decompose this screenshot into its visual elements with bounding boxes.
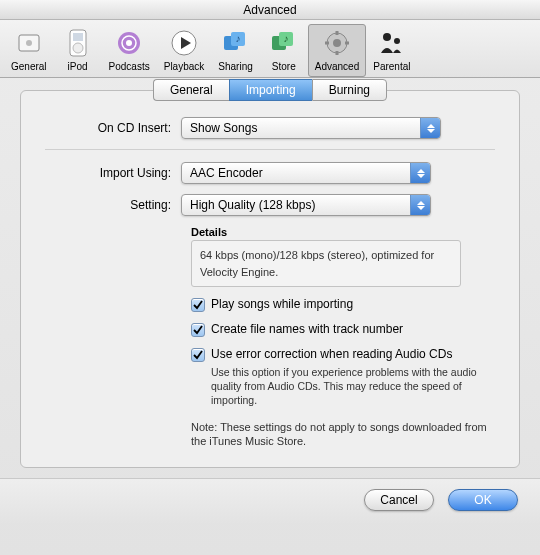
import-using-label: Import Using:	[45, 166, 181, 180]
footer-note: Note: These settings do not apply to son…	[191, 420, 491, 450]
checkbox-label: Use error correction when reading Audio …	[211, 347, 452, 361]
checkbox-icon	[191, 348, 205, 362]
toolbar-label: General	[11, 61, 47, 72]
toolbar-label: iPod	[68, 61, 88, 72]
checkbox-label: Create file names with track number	[211, 322, 403, 336]
details-text: 64 kbps (mono)/128 kbps (stereo), optimi…	[191, 240, 461, 287]
sub-tabs: General Importing Burning	[21, 79, 519, 101]
import-using-select[interactable]: AAC Encoder	[181, 162, 431, 184]
details-heading: Details	[191, 226, 495, 238]
svg-point-17	[333, 39, 341, 47]
setting-select[interactable]: High Quality (128 kbps)	[181, 194, 431, 216]
checkbox-icon	[191, 298, 205, 312]
cancel-button[interactable]: Cancel	[364, 489, 434, 511]
tab-general[interactable]: General	[153, 79, 229, 101]
chevron-updown-icon	[420, 118, 440, 138]
tab-burning[interactable]: Burning	[312, 79, 387, 101]
on-cd-insert-label: On CD Insert:	[45, 121, 181, 135]
toolbar-label: Advanced	[315, 61, 359, 72]
checkbox-play-while-importing[interactable]: Play songs while importing	[191, 297, 495, 312]
parental-icon	[376, 27, 408, 59]
toolbar-item-ipod[interactable]: iPod	[54, 24, 102, 77]
svg-point-4	[73, 43, 83, 53]
window-title: Advanced	[0, 0, 540, 20]
toolbar-item-playback[interactable]: Playback	[157, 24, 212, 77]
tab-importing[interactable]: Importing	[229, 79, 312, 101]
toolbar-label: Store	[272, 61, 296, 72]
toolbar-label: Parental	[373, 61, 410, 72]
on-cd-insert-select[interactable]: Show Songs	[181, 117, 441, 139]
checkbox-icon	[191, 323, 205, 337]
toolbar-label: Podcasts	[109, 61, 150, 72]
svg-text:♪: ♪	[283, 33, 288, 44]
select-value: AAC Encoder	[182, 166, 410, 180]
select-value: Show Songs	[182, 121, 420, 135]
error-correction-help: Use this option if you experience proble…	[211, 365, 495, 408]
gear-icon	[321, 27, 353, 59]
dialog-buttons: Cancel OK	[0, 478, 540, 523]
toolbar-item-advanced[interactable]: Advanced	[308, 24, 366, 77]
toolbar-item-store[interactable]: ♪ Store	[260, 24, 308, 77]
svg-rect-3	[73, 33, 83, 41]
checkbox-filenames-track-number[interactable]: Create file names with track number	[191, 322, 495, 337]
toolbar-item-sharing[interactable]: ♪ Sharing	[211, 24, 259, 77]
chevron-updown-icon	[410, 195, 430, 215]
chevron-updown-icon	[410, 163, 430, 183]
settings-panel: General Importing Burning On CD Insert: …	[20, 90, 520, 468]
svg-marker-27	[417, 174, 425, 178]
store-icon: ♪	[268, 27, 300, 59]
toolbar-item-general[interactable]: General	[4, 24, 54, 77]
svg-text:♪: ♪	[235, 33, 240, 44]
sharing-icon: ♪	[220, 27, 252, 59]
svg-point-23	[394, 38, 400, 44]
checkbox-error-correction[interactable]: Use error correction when reading Audio …	[191, 347, 495, 362]
checkbox-label: Play songs while importing	[211, 297, 353, 311]
svg-marker-26	[417, 169, 425, 173]
svg-marker-24	[427, 124, 435, 128]
toolbar-item-parental[interactable]: Parental	[366, 24, 417, 77]
divider	[45, 149, 495, 150]
svg-point-22	[383, 33, 391, 41]
select-value: High Quality (128 kbps)	[182, 198, 410, 212]
toolbar-label: Playback	[164, 61, 205, 72]
ok-button[interactable]: OK	[448, 489, 518, 511]
svg-marker-25	[427, 129, 435, 133]
setting-label: Setting:	[45, 198, 181, 212]
svg-marker-28	[417, 201, 425, 205]
toolbar-label: Sharing	[218, 61, 252, 72]
svg-marker-29	[417, 206, 425, 210]
preferences-toolbar: General iPod Podcasts Playback ♪ Sharing…	[0, 20, 540, 78]
podcasts-icon	[113, 27, 145, 59]
play-icon	[168, 27, 200, 59]
svg-point-7	[126, 40, 132, 46]
toolbar-item-podcasts[interactable]: Podcasts	[102, 24, 157, 77]
switch-icon	[13, 27, 45, 59]
svg-point-1	[26, 40, 32, 46]
ipod-icon	[62, 27, 94, 59]
